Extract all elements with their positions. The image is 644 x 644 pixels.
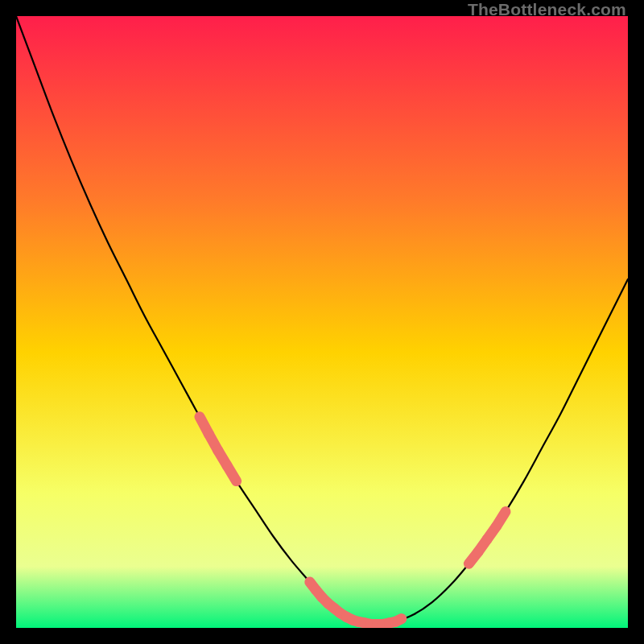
attribution-text: TheBottleneck.com xyxy=(468,0,626,19)
chart-frame xyxy=(16,16,628,628)
gradient-background xyxy=(16,16,628,628)
bottleneck-plot xyxy=(16,16,628,628)
curve-marker xyxy=(395,619,402,622)
